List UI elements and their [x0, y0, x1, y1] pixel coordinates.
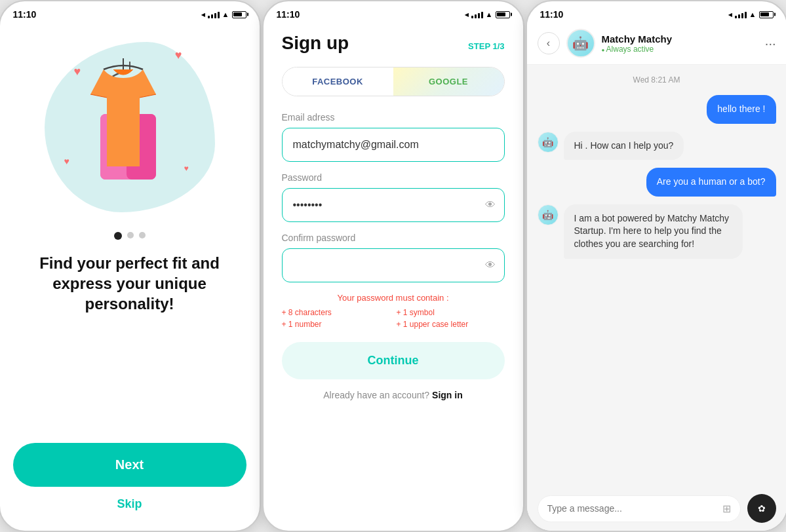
chat-area: Wed 8:21 AM hello there ! 🤖 Hi . How can…	[527, 65, 787, 531]
bot-avatar-small-2: 🤖	[538, 204, 559, 225]
chat-bot-name: Matchy Matchy	[602, 33, 758, 45]
status-icons-3: ◂ ▲	[728, 10, 774, 19]
signin-link[interactable]: Sign in	[429, 390, 463, 400]
battery-icon-2	[496, 11, 510, 18]
email-label: Email adress	[282, 112, 505, 123]
confirm-label: Confirm password	[282, 233, 505, 243]
signal-icon-1	[208, 10, 220, 18]
status-icons-2: ◂ ▲	[465, 10, 510, 19]
battery-icon-3	[759, 11, 774, 18]
location-icon-1: ◂	[201, 10, 205, 19]
email-input[interactable]	[282, 128, 505, 162]
next-button[interactable]: Next	[13, 443, 246, 487]
onboarding-headline: Find your perfect fit and express your u…	[13, 253, 246, 314]
chat-timestamp: Wed 8:21 AM	[538, 75, 776, 85]
status-bar-2: 11:10 ◂ ▲	[264, 1, 523, 22]
bot-message-1: Hi . How can I help you?	[564, 132, 684, 161]
req-characters: + 8 characters	[282, 308, 390, 317]
facebook-button[interactable]: FACEBOOK	[283, 67, 393, 96]
message-input[interactable]	[547, 503, 717, 514]
message-row-1: hello there !	[538, 95, 776, 124]
social-buttons-group: FACEBOOK GOOGLE	[282, 67, 505, 96]
confirm-wrapper: 👁	[282, 248, 505, 282]
password-requirements: Your password must contain : + 8 charact…	[282, 293, 505, 329]
signup-title: Sign up	[282, 33, 349, 54]
message-row-2: 🤖 Hi . How can I help you?	[538, 132, 776, 161]
heart-3: ♥	[64, 156, 69, 166]
send-icon: ✿	[758, 503, 766, 514]
status-bar-1: 11:10 ◂ ▲	[0, 1, 260, 22]
bot-avatar-small-1: 🤖	[538, 132, 559, 153]
screen-signup: 11:10 ◂ ▲ Sign up STEP 1/3 FACEBOOK GOOG…	[262, 0, 524, 532]
dot-1	[114, 232, 122, 240]
image-attach-icon[interactable]: ⊞	[722, 503, 731, 515]
wifi-icon-3: ▲	[749, 10, 757, 18]
signin-text: Already have an account? Sign in	[282, 390, 505, 400]
confirm-input[interactable]	[282, 248, 505, 282]
user-message-1: hello there !	[707, 95, 776, 124]
req-number: + 1 number	[282, 320, 390, 329]
signin-pre: Already have an account?	[323, 390, 429, 400]
heart-1: ♥	[175, 48, 182, 62]
google-button[interactable]: GOOGLE	[393, 67, 504, 96]
message-input-wrapper: ⊞	[538, 495, 741, 522]
location-icon-2: ◂	[465, 10, 469, 19]
chat-messages: Wed 8:21 AM hello there ! 🤖 Hi . How can…	[527, 65, 787, 486]
password-label: Password	[282, 172, 505, 183]
password-wrapper: 👁	[282, 188, 505, 222]
time-1: 11:10	[13, 9, 37, 20]
signal-icon-2	[471, 10, 483, 18]
password-eye-icon[interactable]: 👁	[485, 199, 496, 211]
bot-avatar: 🤖	[566, 29, 595, 58]
page-indicators	[114, 232, 146, 240]
chat-header: ‹ 🤖 Matchy Matchy Always active ···	[527, 22, 787, 65]
signup-content: Sign up STEP 1/3 FACEBOOK GOOGLE Email a…	[264, 22, 523, 531]
time-2: 11:10	[277, 9, 300, 20]
heart-2: ♥	[74, 65, 81, 79]
skip-link[interactable]: Skip	[117, 497, 142, 518]
message-row-3: Are you a human or a bot?	[538, 168, 776, 197]
dot-3	[139, 232, 146, 238]
chat-bot-status: Always active	[602, 45, 758, 54]
signup-header: Sign up STEP 1/3	[282, 33, 505, 54]
password-input[interactable]	[282, 188, 505, 222]
req-uppercase: + 1 upper case letter	[397, 320, 505, 329]
req-symbol: + 1 symbol	[397, 308, 505, 317]
back-button[interactable]: ‹	[538, 32, 560, 54]
continue-button[interactable]: Continue	[282, 342, 505, 379]
onboarding-content: ♥ ♥ ♥ ♥ ♥ ♥ ♥	[0, 22, 260, 531]
wifi-icon-1: ▲	[222, 10, 229, 18]
chat-user-info: Matchy Matchy Always active	[602, 33, 758, 54]
status-icons-1: ◂ ▲	[201, 10, 246, 19]
send-button[interactable]: ✿	[747, 494, 776, 523]
time-3: 11:10	[540, 9, 564, 20]
user-message-2: Are you a human or a bot?	[646, 168, 776, 197]
screen-onboarding: 11:10 ◂ ▲ ♥ ♥ ♥ ♥	[0, 0, 261, 532]
heart-4: ♥	[184, 164, 188, 173]
dot-2	[127, 232, 134, 238]
location-icon-3: ◂	[728, 10, 732, 19]
req-grid: + 8 characters + 1 symbol + 1 number + 1…	[282, 308, 505, 329]
signal-icon-3	[735, 10, 747, 18]
clothes-illustration: ♥ ♥ ♥	[64, 55, 195, 199]
more-button[interactable]: ···	[765, 36, 776, 51]
screen-chat: 11:10 ◂ ▲ ‹ 🤖 Matchy Matchy Always activ…	[526, 0, 787, 532]
message-row-4: 🤖 I am a bot powered by Matchy Matchy St…	[538, 204, 776, 259]
battery-icon-1	[232, 11, 246, 18]
step-indicator: STEP 1/3	[468, 41, 504, 51]
bot-message-2: I am a bot powered by Matchy Matchy Star…	[564, 204, 743, 259]
illustration: ♥ ♥ ♥ ♥ ♥ ♥ ♥	[38, 29, 222, 225]
confirm-eye-icon[interactable]: 👁	[485, 259, 496, 271]
chat-input-area: ⊞ ✿	[527, 486, 787, 531]
status-bar-3: 11:10 ◂ ▲	[527, 1, 787, 22]
req-title: Your password must contain :	[282, 293, 505, 303]
wifi-icon-2: ▲	[486, 10, 493, 18]
